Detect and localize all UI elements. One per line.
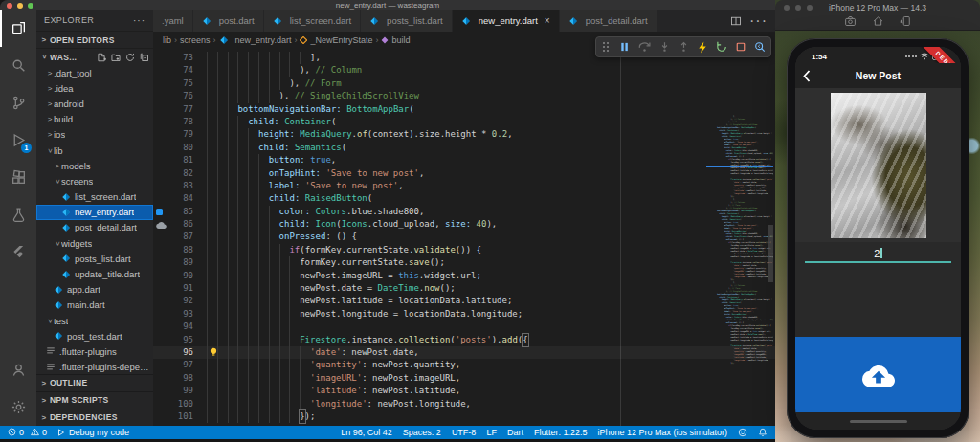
gutter[interactable]: 99 — [153, 385, 207, 397]
step-into-icon[interactable] — [659, 41, 670, 53]
gutter[interactable]: 96 — [153, 346, 207, 359]
code-editor[interactable]: 73],74), // Column75), // Form76), // Si… — [153, 48, 775, 426]
status-lf[interactable]: LF — [486, 428, 497, 437]
tree-item-post_detail-dart[interactable]: post_detail.dart — [36, 220, 153, 235]
code-line-74[interactable]: 74), // Column — [153, 64, 775, 77]
code-line-75[interactable]: 75), // Form — [153, 77, 775, 90]
feedback-smiley-icon[interactable] — [738, 428, 747, 437]
gutter[interactable]: 95 — [153, 334, 207, 346]
restart-icon[interactable] — [716, 41, 727, 53]
status-iphone-12-pro-max-ios-si[interactable]: iPhone 12 Pro Max (ios simulator) — [597, 428, 727, 437]
breadcrumb-_NewEntryState[interactable]: _NewEntryState — [300, 35, 372, 45]
run-debug-icon[interactable]: 1 — [0, 122, 36, 159]
editor-more-icon[interactable]: ··· — [749, 12, 768, 30]
new-file-icon[interactable] — [97, 53, 106, 62]
gutter[interactable]: 76 — [153, 90, 207, 102]
gutter[interactable]: 75 — [153, 77, 207, 90]
code-line-101[interactable]: 101}); — [153, 410, 775, 423]
tree-item-models[interactable]: >models — [36, 158, 153, 173]
pause-icon[interactable] — [619, 41, 630, 53]
split-editor-icon[interactable] — [730, 15, 742, 27]
problems-indicator[interactable]: 0 0 — [8, 428, 47, 437]
flutter-icon[interactable] — [0, 233, 36, 271]
tab-list_screen-dart[interactable]: list_screen.dart — [264, 10, 361, 32]
tree-item-ios[interactable]: >ios — [36, 127, 153, 143]
tab-post-dart[interactable]: post.dart — [193, 10, 264, 32]
sim-minimize-button[interactable] — [795, 5, 801, 11]
code-line-90[interactable]: 90newPost.imageURL = this.widget.url; — [153, 270, 775, 282]
testing-flask-icon[interactable] — [0, 196, 36, 233]
breadcrumb-build[interactable]: build — [381, 35, 410, 45]
refresh-icon[interactable] — [125, 53, 135, 62]
code-line-99[interactable]: 99'latitude': newPost.latitude, — [153, 385, 775, 397]
gutter[interactable]: 87 — [153, 231, 207, 243]
sim-zoom-button[interactable] — [807, 5, 813, 11]
tree-item-new_entry-dart[interactable]: new_entry.dart — [36, 205, 153, 220]
code-line-76[interactable]: 76), // SingleChildScrollView — [153, 90, 775, 102]
account-icon[interactable] — [0, 351, 36, 388]
tree-item-screens[interactable]: >screens — [36, 173, 153, 188]
step-out-icon[interactable] — [679, 41, 689, 53]
lightbulb-icon[interactable] — [209, 346, 218, 358]
gutter[interactable]: 98 — [153, 372, 207, 385]
collapse-all-icon[interactable] — [140, 53, 149, 62]
cloud-gutter-icon[interactable] — [156, 221, 167, 229]
code-line-89[interactable]: 89formKey.currentState.save(); — [153, 256, 775, 269]
section-outline[interactable]: >OUTLINE — [36, 374, 153, 391]
tree-item-posts_list-dart[interactable]: posts_list.dart — [36, 251, 153, 266]
gutter[interactable]: 74 — [153, 64, 207, 77]
gutter[interactable]: 100 — [153, 398, 207, 410]
tab--yaml[interactable]: .yaml — [153, 10, 193, 32]
source-control-icon[interactable] — [0, 84, 36, 122]
upload-button[interactable] — [795, 337, 961, 412]
gutter[interactable]: 80 — [153, 142, 207, 154]
tree-item--dart_tool[interactable]: >.dart_tool — [36, 65, 153, 80]
open-editors-section[interactable]: > OPEN EDITORS — [36, 31, 153, 48]
inspect-widget-icon[interactable] — [754, 41, 766, 53]
gutter[interactable]: 78 — [153, 116, 207, 128]
gutter[interactable]: 101 — [153, 410, 207, 423]
gutter[interactable]: 88 — [153, 244, 207, 256]
gutter[interactable]: 92 — [153, 295, 207, 307]
code-line-88[interactable]: 88if(formKey.currentState.validate()) { — [153, 244, 775, 256]
gutter[interactable]: 91 — [153, 282, 207, 295]
gutter[interactable]: 79 — [153, 128, 207, 141]
home-icon[interactable] — [872, 15, 884, 27]
code-line-80[interactable]: 80child: Semantics( — [153, 142, 775, 154]
status-utf-8[interactable]: UTF-8 — [452, 428, 477, 437]
status-dart[interactable]: Dart — [507, 428, 523, 437]
step-over-icon[interactable] — [638, 41, 651, 53]
minimap[interactable]: ],), // Column), // Form), // SingleChil… — [706, 48, 773, 426]
code-line-98[interactable]: 98'imageURL': newPost.imageURL, — [153, 372, 775, 385]
stop-icon[interactable] — [736, 42, 746, 52]
gutter[interactable]: 81 — [153, 154, 207, 166]
tree-item--idea[interactable]: >.idea — [36, 80, 153, 96]
code-line-95[interactable]: 95Firestore.instance.collection('posts')… — [153, 334, 775, 346]
hot-reload-icon[interactable] — [698, 41, 707, 54]
tree-item-widgets[interactable]: >widgets — [36, 235, 153, 251]
gutter[interactable]: 97 — [153, 359, 207, 371]
gutter[interactable]: 93 — [153, 308, 207, 320]
settings-gear-icon[interactable] — [0, 388, 36, 426]
debug-task-item[interactable]: Debug my code — [56, 428, 129, 437]
tree-item-test[interactable]: >test — [36, 313, 153, 328]
status-flutter-1-22-5[interactable]: Flutter: 1.22.5 — [534, 428, 588, 437]
code-line-77[interactable]: 77bottomNavigationBar: BottomAppBar( — [153, 103, 775, 116]
breakpoint-square-icon[interactable] — [156, 209, 163, 215]
toolbar-grip[interactable] — [601, 40, 611, 54]
section-dependencies[interactable]: >DEPENDENCIES — [36, 409, 153, 426]
tree-item-list_screen-dart[interactable]: list_screen.dart — [36, 189, 153, 205]
gutter[interactable]: 77 — [153, 103, 207, 116]
home-indicator[interactable] — [850, 420, 907, 423]
code-line-85[interactable]: 85color: Colors.blue.shade800, — [153, 206, 775, 218]
code-line-91[interactable]: 91newPost.date = DateTime.now(); — [153, 282, 775, 295]
tree-item-build[interactable]: >build — [36, 112, 153, 127]
gutter[interactable]: 85 — [153, 206, 207, 218]
breadcrumb-lib[interactable]: lib — [163, 35, 171, 45]
section-npm-scripts[interactable]: >NPM SCRIPTS — [36, 391, 153, 409]
code-line-86[interactable]: 86child: Icon(Icons.cloud_upload, size: … — [153, 218, 775, 231]
tree-item-update_title-dart[interactable]: update_title.dart — [36, 266, 153, 281]
minimap-slider[interactable] — [768, 225, 773, 282]
rotate-icon[interactable] — [900, 15, 912, 27]
workspace-section[interactable]: > WAS... — [36, 48, 153, 65]
